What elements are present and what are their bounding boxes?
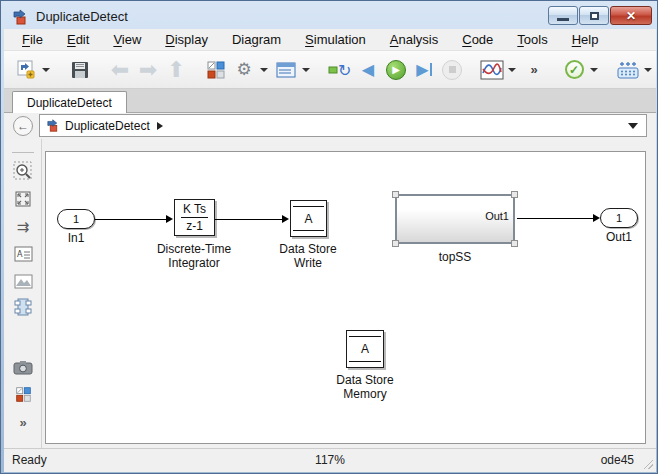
new-model-dropdown[interactable] [42,68,50,72]
toolbar-overflow-button[interactable]: » [521,56,547,84]
data-store-line [293,230,324,231]
wire-in1-integrator[interactable] [95,219,168,220]
selection-handle[interactable] [392,240,399,247]
annotation-button[interactable]: A [11,242,35,266]
block-data-store-memory[interactable]: A [346,330,384,368]
block-in1-label[interactable]: In1 [68,231,85,245]
subsystem-icon [14,297,32,317]
back-circle-icon: ← [17,119,29,133]
update-diagram-button[interactable]: ↻ [327,56,353,84]
svg-text:↻: ↻ [338,61,351,80]
stop-button[interactable] [439,56,465,84]
save-icon [69,59,91,81]
block-in1[interactable]: 1 [57,209,95,229]
model-advisor-dropdown[interactable] [590,68,598,72]
model-advisor-icon: ✓ [565,60,584,79]
breadcrumb-model-name[interactable]: DuplicateDetect [65,119,150,133]
close-button[interactable]: ✕ [610,6,652,25]
camera-icon [13,360,33,375]
menu-diagram[interactable]: Diagram [220,30,293,49]
build-button[interactable] [615,56,641,84]
solver-name: ode45 [601,453,634,467]
block-out1[interactable]: 1 [600,208,638,228]
gear-icon: ⚙ [236,61,251,78]
zoom-level: 117% [4,453,656,467]
model-settings-button[interactable]: ⚙ [231,56,257,84]
menu-display[interactable]: Display [153,30,220,49]
forward-icon: ➡ [139,60,157,80]
run-button[interactable]: ▶ [383,56,409,84]
breadcrumb[interactable]: DuplicateDetect [39,114,647,137]
svg-text:A: A [17,250,23,259]
menu-edit[interactable]: Edit [55,30,101,49]
outport-number: 1 [616,212,622,224]
zoom-button[interactable] [11,159,35,183]
block-topss-label[interactable]: topSS [439,250,472,264]
block-dsw-label[interactable]: Data Store Write [279,242,336,270]
block-topss[interactable]: Out1 [395,194,515,244]
navigate-up-button[interactable]: ⬆ [163,56,189,84]
minimize-icon [557,18,569,21]
default-signals-button[interactable]: ⇉ [11,215,35,239]
block-data-store-write[interactable]: A [290,200,327,237]
new-model-button[interactable] [13,56,39,84]
menu-view[interactable]: View [101,30,153,49]
navigate-forward-button[interactable]: ➡ [135,56,161,84]
block-dsm-label[interactable]: Data Store Memory [336,373,393,401]
navigate-back-button[interactable]: ⬅ [107,56,133,84]
signal-arrows-icon: ⇉ [17,218,30,236]
close-icon: ✕ [626,9,636,23]
subsystem-button[interactable] [11,295,35,319]
tab-duplicatedetect[interactable]: DuplicateDetect [12,91,127,113]
build-dropdown[interactable] [644,68,652,72]
image-button[interactable] [11,269,35,293]
toolbar: ⬅ ➡ ⬆ ⚙ [4,51,656,89]
breadcrumb-expand-icon[interactable] [157,122,163,130]
back-icon: ⬅ [111,60,129,80]
restore-icon [590,12,599,20]
hide-model-browser-button[interactable]: ← [13,116,33,136]
wire-integrator-dsw[interactable] [215,219,282,220]
step-back-button[interactable]: ◀ [355,56,381,84]
block-integrator-label[interactable]: Discrete-Time Integrator [157,242,231,270]
screenshot-button[interactable] [11,355,35,379]
inport-number: 1 [73,213,79,225]
simulink-window: DuplicateDetect ✕ File Edit View Display… [0,0,658,474]
block-out1-label[interactable]: Out1 [606,230,632,244]
model-settings-dropdown[interactable] [260,68,268,72]
step-forward-bar [430,63,432,76]
menu-file[interactable]: File [10,30,55,49]
menu-analysis[interactable]: Analysis [378,30,450,49]
menu-help[interactable]: Help [560,30,611,49]
fit-to-view-button[interactable] [11,187,35,211]
menu-simulation[interactable]: Simulation [293,30,378,49]
fraction-line [181,217,208,218]
library-button[interactable] [11,382,35,406]
simulation-data-inspector-button[interactable] [479,56,505,84]
selection-handle[interactable] [511,191,518,198]
selection-handle[interactable] [511,240,518,247]
block-discrete-time-integrator[interactable]: K Ts z-1 [174,199,215,236]
step-forward-button[interactable]: ▶ [411,56,437,84]
palette-overflow-button[interactable]: » [11,410,35,434]
model-configuration-dropdown[interactable] [302,68,310,72]
menu-tools[interactable]: Tools [505,30,559,49]
menu-code[interactable]: Code [450,30,505,49]
resize-grip[interactable] [643,459,653,469]
selection-handle[interactable] [392,191,399,198]
wire-topss-out1[interactable] [517,218,593,219]
stop-icon [442,60,462,80]
wire-arrowhead [166,215,173,223]
library-browser-button[interactable] [203,56,229,84]
data-store-line [349,361,381,362]
simulation-data-inspector-dropdown[interactable] [508,68,516,72]
breadcrumb-dropdown-icon[interactable] [628,123,638,129]
model-configuration-button[interactable] [273,56,299,84]
model-advisor-button[interactable]: ✓ [561,56,587,84]
restore-button[interactable] [579,6,609,25]
save-button[interactable] [67,56,93,84]
wire-arrowhead [593,214,600,222]
status-bar: Ready 117% ode45 [4,448,656,472]
minimize-button[interactable] [548,6,578,25]
model-canvas[interactable]: 1 In1 K Ts z-1 Discrete-Time Integrator [45,151,646,444]
